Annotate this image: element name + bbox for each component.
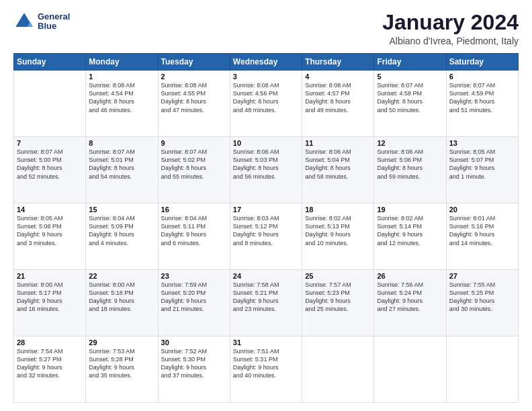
table-row: 23Sunrise: 7:59 AMSunset: 5:20 PMDayligh… bbox=[158, 270, 230, 336]
day-info: Sunrise: 8:05 AMSunset: 5:08 PMDaylight:… bbox=[17, 214, 83, 247]
col-saturday: Saturday bbox=[446, 54, 518, 71]
col-thursday: Thursday bbox=[302, 54, 374, 71]
table-row: 18Sunrise: 8:02 AMSunset: 5:13 PMDayligh… bbox=[302, 203, 374, 270]
day-number: 7 bbox=[17, 139, 83, 147]
table-row: 19Sunrise: 8:02 AMSunset: 5:14 PMDayligh… bbox=[374, 203, 446, 270]
day-number: 14 bbox=[17, 205, 83, 214]
table-row: 29Sunrise: 7:53 AMSunset: 5:28 PMDayligh… bbox=[86, 336, 158, 403]
table-row: 11Sunrise: 8:06 AMSunset: 5:04 PMDayligh… bbox=[302, 137, 374, 203]
table-row: 2Sunrise: 8:08 AMSunset: 4:55 PMDaylight… bbox=[158, 71, 230, 137]
logo: General Blue bbox=[13, 11, 70, 32]
table-row: 14Sunrise: 8:05 AMSunset: 5:08 PMDayligh… bbox=[14, 203, 86, 270]
day-info: Sunrise: 8:05 AMSunset: 5:07 PMDaylight:… bbox=[449, 148, 515, 181]
day-number: 3 bbox=[233, 73, 299, 81]
calendar-header-row: Sunday Monday Tuesday Wednesday Thursday… bbox=[14, 54, 519, 71]
calendar-week-row: 1Sunrise: 8:08 AMSunset: 4:54 PMDaylight… bbox=[14, 71, 519, 137]
col-wednesday: Wednesday bbox=[230, 54, 302, 71]
day-info: Sunrise: 8:08 AMSunset: 4:57 PMDaylight:… bbox=[305, 81, 371, 114]
day-info: Sunrise: 8:01 AMSunset: 5:16 PMDaylight:… bbox=[449, 214, 515, 247]
table-row: 26Sunrise: 7:56 AMSunset: 5:24 PMDayligh… bbox=[374, 270, 446, 336]
table-row: 4Sunrise: 8:08 AMSunset: 4:57 PMDaylight… bbox=[302, 71, 374, 137]
day-info: Sunrise: 7:58 AMSunset: 5:21 PMDaylight:… bbox=[233, 281, 299, 314]
day-info: Sunrise: 8:08 AMSunset: 4:56 PMDaylight:… bbox=[233, 81, 299, 114]
page: General Blue January 2024 Albiano d'Ivre… bbox=[0, 0, 532, 411]
table-row: 31Sunrise: 7:51 AMSunset: 5:31 PMDayligh… bbox=[230, 336, 302, 403]
col-tuesday: Tuesday bbox=[158, 54, 230, 71]
day-info: Sunrise: 8:06 AMSunset: 5:04 PMDaylight:… bbox=[305, 148, 371, 181]
calendar-week-row: 21Sunrise: 8:00 AMSunset: 5:17 PMDayligh… bbox=[14, 270, 519, 336]
day-number: 21 bbox=[17, 272, 83, 280]
table-row: 8Sunrise: 8:07 AMSunset: 5:01 PMDaylight… bbox=[86, 137, 158, 203]
table-row: 1Sunrise: 8:08 AMSunset: 4:54 PMDaylight… bbox=[86, 71, 158, 137]
header: General Blue January 2024 Albiano d'Ivre… bbox=[13, 11, 519, 46]
day-info: Sunrise: 8:07 AMSunset: 5:01 PMDaylight:… bbox=[89, 148, 154, 181]
day-number: 25 bbox=[305, 272, 371, 280]
day-number: 16 bbox=[161, 205, 227, 214]
day-number: 6 bbox=[449, 73, 515, 81]
table-row bbox=[302, 336, 374, 403]
day-number: 1 bbox=[89, 73, 154, 81]
table-row: 13Sunrise: 8:05 AMSunset: 5:07 PMDayligh… bbox=[446, 137, 518, 203]
table-row: 3Sunrise: 8:08 AMSunset: 4:56 PMDaylight… bbox=[230, 71, 302, 137]
month-title: January 2024 bbox=[382, 11, 519, 34]
day-number: 31 bbox=[233, 338, 299, 347]
logo-line2: Blue bbox=[38, 21, 70, 31]
day-number: 18 bbox=[305, 205, 371, 214]
day-number: 8 bbox=[89, 139, 154, 147]
table-row: 27Sunrise: 7:55 AMSunset: 5:25 PMDayligh… bbox=[446, 270, 518, 336]
day-number: 19 bbox=[377, 205, 443, 214]
day-info: Sunrise: 8:07 AMSunset: 5:00 PMDaylight:… bbox=[17, 148, 83, 181]
logo-icon bbox=[13, 11, 35, 32]
table-row bbox=[14, 71, 86, 137]
table-row: 24Sunrise: 7:58 AMSunset: 5:21 PMDayligh… bbox=[230, 270, 302, 336]
day-number: 27 bbox=[449, 272, 515, 280]
day-info: Sunrise: 8:00 AMSunset: 5:18 PMDaylight:… bbox=[89, 281, 154, 314]
day-info: Sunrise: 7:57 AMSunset: 5:23 PMDaylight:… bbox=[305, 281, 371, 314]
calendar-week-row: 28Sunrise: 7:54 AMSunset: 5:27 PMDayligh… bbox=[14, 336, 519, 403]
table-row: 7Sunrise: 8:07 AMSunset: 5:00 PMDaylight… bbox=[14, 137, 86, 203]
calendar-week-row: 7Sunrise: 8:07 AMSunset: 5:00 PMDaylight… bbox=[14, 137, 519, 203]
location: Albiano d'Ivrea, Piedmont, Italy bbox=[382, 36, 519, 46]
day-info: Sunrise: 8:04 AMSunset: 5:11 PMDaylight:… bbox=[161, 214, 227, 247]
table-row: 25Sunrise: 7:57 AMSunset: 5:23 PMDayligh… bbox=[302, 270, 374, 336]
day-info: Sunrise: 7:52 AMSunset: 5:30 PMDaylight:… bbox=[161, 347, 227, 380]
table-row bbox=[446, 336, 518, 403]
table-row: 21Sunrise: 8:00 AMSunset: 5:17 PMDayligh… bbox=[14, 270, 86, 336]
day-info: Sunrise: 8:08 AMSunset: 4:54 PMDaylight:… bbox=[89, 81, 154, 114]
calendar-table: Sunday Monday Tuesday Wednesday Thursday… bbox=[13, 53, 519, 403]
day-number: 17 bbox=[233, 205, 299, 214]
table-row: 15Sunrise: 8:04 AMSunset: 5:09 PMDayligh… bbox=[86, 203, 158, 270]
day-info: Sunrise: 8:00 AMSunset: 5:17 PMDaylight:… bbox=[17, 281, 83, 314]
table-row bbox=[374, 336, 446, 403]
col-monday: Monday bbox=[86, 54, 158, 71]
table-row: 22Sunrise: 8:00 AMSunset: 5:18 PMDayligh… bbox=[86, 270, 158, 336]
day-number: 11 bbox=[305, 139, 371, 147]
day-info: Sunrise: 7:53 AMSunset: 5:28 PMDaylight:… bbox=[89, 347, 154, 380]
day-info: Sunrise: 7:59 AMSunset: 5:20 PMDaylight:… bbox=[161, 281, 227, 314]
day-number: 22 bbox=[89, 272, 154, 280]
logo-line1: General bbox=[38, 12, 70, 21]
day-info: Sunrise: 7:51 AMSunset: 5:31 PMDaylight:… bbox=[233, 347, 299, 380]
day-number: 2 bbox=[161, 73, 227, 81]
table-row: 6Sunrise: 8:07 AMSunset: 4:59 PMDaylight… bbox=[446, 71, 518, 137]
day-info: Sunrise: 7:54 AMSunset: 5:27 PMDaylight:… bbox=[17, 347, 83, 380]
day-number: 12 bbox=[377, 139, 443, 147]
table-row: 28Sunrise: 7:54 AMSunset: 5:27 PMDayligh… bbox=[14, 336, 86, 403]
table-row: 20Sunrise: 8:01 AMSunset: 5:16 PMDayligh… bbox=[446, 203, 518, 270]
day-info: Sunrise: 8:02 AMSunset: 5:14 PMDaylight:… bbox=[377, 214, 443, 247]
day-number: 9 bbox=[161, 139, 227, 147]
table-row: 17Sunrise: 8:03 AMSunset: 5:12 PMDayligh… bbox=[230, 203, 302, 270]
day-info: Sunrise: 8:08 AMSunset: 4:55 PMDaylight:… bbox=[161, 81, 227, 114]
day-info: Sunrise: 8:07 AMSunset: 4:59 PMDaylight:… bbox=[449, 81, 515, 114]
table-row: 10Sunrise: 8:06 AMSunset: 5:03 PMDayligh… bbox=[230, 137, 302, 203]
day-info: Sunrise: 8:07 AMSunset: 5:02 PMDaylight:… bbox=[161, 148, 227, 181]
day-number: 24 bbox=[233, 272, 299, 280]
day-info: Sunrise: 8:07 AMSunset: 4:58 PMDaylight:… bbox=[377, 81, 443, 114]
day-number: 4 bbox=[305, 73, 371, 81]
col-sunday: Sunday bbox=[14, 54, 86, 71]
day-number: 20 bbox=[449, 205, 515, 214]
calendar-week-row: 14Sunrise: 8:05 AMSunset: 5:08 PMDayligh… bbox=[14, 203, 519, 270]
day-info: Sunrise: 8:06 AMSunset: 5:03 PMDaylight:… bbox=[233, 148, 299, 181]
day-number: 28 bbox=[17, 338, 83, 347]
logo-text: General Blue bbox=[38, 12, 70, 32]
